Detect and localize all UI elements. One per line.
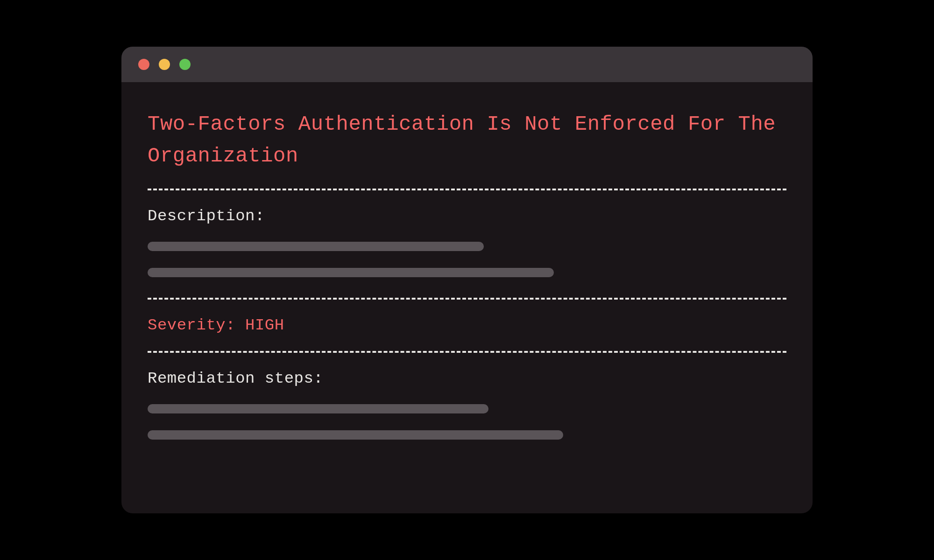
- description-label: Description:: [148, 207, 786, 225]
- severity-value: HIGH: [245, 316, 284, 334]
- divider: [148, 298, 786, 300]
- terminal-window: Two-Factors Authentication Is Not Enforc…: [121, 47, 813, 513]
- severity-label: Severity:: [148, 316, 235, 334]
- finding-title: Two-Factors Authentication Is Not Enforc…: [148, 108, 786, 172]
- remediation-label: Remediation steps:: [148, 370, 786, 387]
- divider: [148, 351, 786, 353]
- remediation-text-placeholder: [148, 430, 563, 440]
- description-text-placeholder: [148, 242, 484, 251]
- divider: [148, 189, 786, 190]
- description-text-placeholder: [148, 268, 554, 277]
- window-titlebar: [121, 47, 813, 82]
- severity-line: Severity: HIGH: [148, 316, 786, 334]
- close-button[interactable]: [138, 59, 149, 70]
- minimize-button[interactable]: [159, 59, 170, 70]
- remediation-text-placeholder: [148, 404, 488, 413]
- window-content: Two-Factors Authentication Is Not Enforc…: [121, 82, 813, 513]
- maximize-button[interactable]: [179, 59, 191, 70]
